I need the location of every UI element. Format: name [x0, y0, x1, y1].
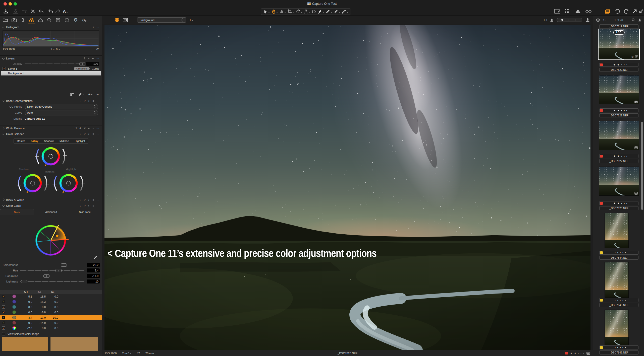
reset-icon[interactable]: ↩: [92, 57, 94, 60]
collapse-chevron-icon[interactable]: [2, 132, 5, 135]
rating-row[interactable]: • • • • •: [599, 251, 638, 255]
delete-icon[interactable]: [30, 9, 35, 14]
capture-icon[interactable]: [13, 9, 19, 14]
more-icon[interactable]: ⋯: [96, 132, 99, 136]
help-icon[interactable]: ?: [76, 127, 77, 130]
lightness-value[interactable]: -10: [87, 279, 100, 283]
help-icon[interactable]: ?: [93, 26, 94, 29]
preset-icon[interactable]: ≡: [93, 204, 94, 207]
file-label[interactable]: _DSC7845.NEF: [599, 303, 638, 307]
rating-row[interactable]: • • • • •: [599, 345, 638, 349]
tab-midtone[interactable]: Midtone: [60, 139, 69, 143]
select-tool[interactable]: [263, 9, 270, 14]
more-icon[interactable]: ⋯: [96, 127, 99, 130]
help-icon[interactable]: ?: [80, 198, 81, 201]
collapse-chevron-icon[interactable]: [2, 204, 5, 207]
expand-chevron-icon[interactable]: [2, 127, 5, 129]
keystone-tool[interactable]: [304, 9, 310, 14]
eyedropper-tool[interactable]: [326, 9, 332, 14]
preset-icon[interactable]: ≡: [93, 198, 94, 201]
hue-slider[interactable]: [20, 269, 84, 272]
fit-label[interactable]: Fit: [544, 19, 547, 22]
add-view-icon[interactable]: +: [189, 18, 193, 22]
color-tag[interactable]: [600, 346, 603, 349]
multiview-icon[interactable]: [115, 18, 120, 22]
thumbnail[interactable]: [605, 262, 629, 298]
tab-details-icon[interactable]: [46, 17, 52, 23]
tab-metadata-icon[interactable]: [55, 17, 61, 23]
color-tag[interactable]: [600, 251, 603, 254]
layer-brush-icon[interactable]: [78, 92, 84, 96]
help-icon[interactable]: ?: [83, 57, 85, 60]
tab-lens-icon[interactable]: [20, 17, 26, 23]
arrow-down-left-icon[interactable]: [638, 9, 644, 14]
redo-icon[interactable]: [55, 9, 61, 14]
tab-capture-icon[interactable]: [11, 17, 17, 23]
range-checkbox[interactable]: [2, 321, 5, 324]
more-icon[interactable]: ⋯: [96, 198, 99, 202]
tab-skin-tone[interactable]: Skin Tone: [68, 209, 102, 215]
thumbnail[interactable]: [599, 121, 639, 150]
range-checkbox[interactable]: [2, 300, 5, 303]
color-tag[interactable]: [600, 109, 603, 112]
file-label[interactable]: _DSC7823.NEF: [599, 206, 638, 210]
expand-chevron-icon[interactable]: [2, 198, 5, 201]
rotate-tool[interactable]: [296, 9, 302, 14]
tab-3way[interactable]: 3-Way: [31, 139, 38, 143]
reset-icon[interactable]: ↩: [88, 204, 90, 207]
layer1-checkbox[interactable]: [3, 67, 6, 70]
loupe-tool[interactable]: [280, 9, 286, 14]
range-checkbox[interactable]: [2, 305, 5, 309]
undo-strong-icon[interactable]: [38, 9, 44, 14]
reset-icon[interactable]: ↩: [88, 127, 90, 130]
file-label[interactable]: _DSC7844.NEF: [599, 256, 638, 260]
more-icon[interactable]: ⋯: [96, 99, 99, 103]
undo-icon[interactable]: [48, 9, 54, 14]
more-icon[interactable]: ⋯: [96, 57, 99, 60]
more-icon[interactable]: ⋯: [96, 204, 99, 207]
expand-icon[interactable]: ↗: [87, 57, 90, 60]
sort-icon[interactable]: ↑↓: [603, 18, 606, 22]
remove-layer-icon[interactable]: −: [96, 92, 99, 96]
rating-row[interactable]: • • • • •: [599, 298, 638, 302]
proof-margin-icon[interactable]: [554, 9, 561, 14]
auto-icon[interactable]: A: [79, 127, 81, 130]
add-layer-icon[interactable]: +: [88, 92, 92, 96]
color-range-row-global[interactable]: -2.00.00.0: [0, 325, 102, 331]
color-range-row[interactable]: 0.0-14.90.0: [0, 320, 102, 325]
pencil-tool[interactable]: [342, 9, 348, 14]
search-icon[interactable]: [631, 18, 635, 22]
spot-removal-tool[interactable]: [312, 9, 316, 14]
file-label[interactable]: _DSC7819.NEF: [599, 24, 638, 28]
help-icon[interactable]: ?: [80, 99, 81, 102]
preset-icon[interactable]: ≡: [93, 99, 94, 102]
thumbnail-selected[interactable]: LCC ⚙: [598, 29, 640, 60]
export-icon[interactable]: [22, 9, 28, 14]
midtone-wheel-arcs[interactable]: [33, 144, 68, 168]
thumbnail[interactable]: [605, 213, 629, 248]
background-layer-row[interactable]: Background: [1, 71, 101, 76]
layer-options-icon[interactable]: [70, 93, 74, 96]
help-icon[interactable]: ?: [80, 132, 81, 135]
tab-output-icon[interactable]: ⚙: [72, 17, 79, 23]
rating-row[interactable]: ★ ★ • • •: [599, 201, 638, 205]
reset-icon[interactable]: ↩: [88, 132, 90, 136]
color-range-row[interactable]: 0.015.30.0: [0, 299, 102, 304]
shadow-wheel-arcs[interactable]: [15, 171, 50, 195]
thumb-gear-icon[interactable]: ⚙: [631, 55, 634, 59]
photo-canvas[interactable]: < Capture One 11’s extensive and precise…: [104, 25, 591, 350]
tab-advanced[interactable]: Advanced: [34, 209, 68, 215]
thumb-list-icon[interactable]: [634, 146, 638, 149]
range-checkbox[interactable]: [2, 311, 5, 314]
file-label[interactable]: _DSC7846.NEF: [599, 350, 638, 354]
browser-toggle-icon[interactable]: [604, 9, 611, 14]
eye-filter-icon[interactable]: [596, 18, 600, 22]
arrow-up-right-icon[interactable]: [632, 9, 637, 14]
icc-profile-select[interactable]: Nikon D750 Generic: [25, 104, 98, 109]
expand-icon[interactable]: ↗: [83, 99, 86, 103]
range-checkbox[interactable]: [2, 326, 5, 330]
curve-select[interactable]: Auto: [25, 110, 98, 115]
grid-icon[interactable]: [565, 9, 571, 14]
tab-shadow[interactable]: Shadow: [44, 139, 54, 143]
rotate-left-icon[interactable]: [614, 9, 620, 14]
